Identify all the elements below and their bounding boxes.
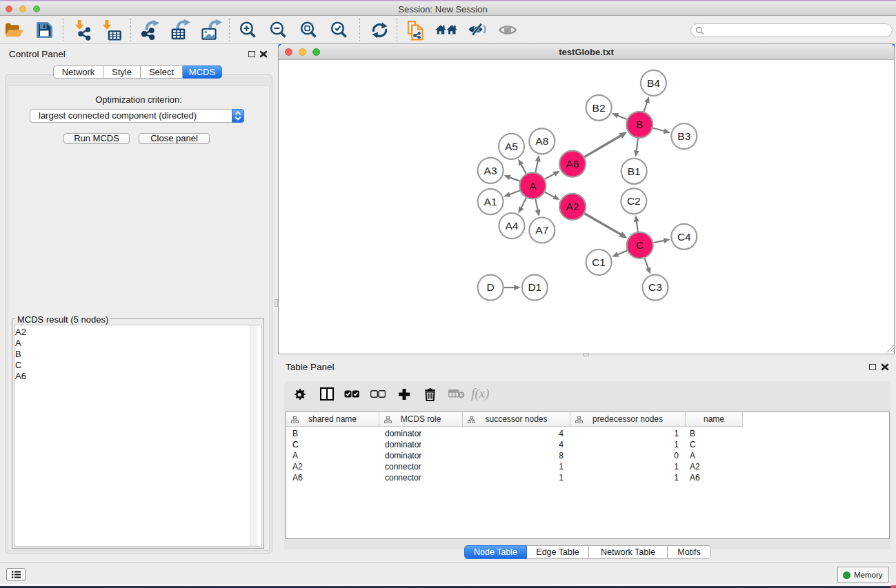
svg-text:C4: C4	[677, 231, 691, 243]
svg-text:C1: C1	[592, 256, 606, 268]
svg-text:B2: B2	[593, 102, 606, 114]
svg-text:C3: C3	[648, 281, 662, 293]
svg-text:A2: A2	[566, 201, 579, 212]
svg-text:A1: A1	[484, 196, 497, 207]
svg-text:B4: B4	[647, 77, 660, 89]
svg-text:A5: A5	[505, 141, 518, 152]
svg-text:D1: D1	[528, 281, 541, 293]
svg-text:A7: A7	[535, 224, 548, 236]
svg-text:C2: C2	[627, 195, 641, 207]
svg-text:A6: A6	[566, 158, 579, 170]
svg-text:B3: B3	[677, 130, 690, 142]
svg-text:A4: A4	[505, 220, 518, 232]
svg-text:D: D	[486, 281, 494, 293]
svg-text:B1: B1	[628, 165, 641, 177]
svg-text:A3: A3	[484, 165, 497, 176]
svg-text:C: C	[636, 239, 644, 251]
svg-text:A8: A8	[535, 135, 548, 147]
svg-text:A: A	[529, 180, 537, 192]
svg-text:B: B	[636, 119, 643, 130]
